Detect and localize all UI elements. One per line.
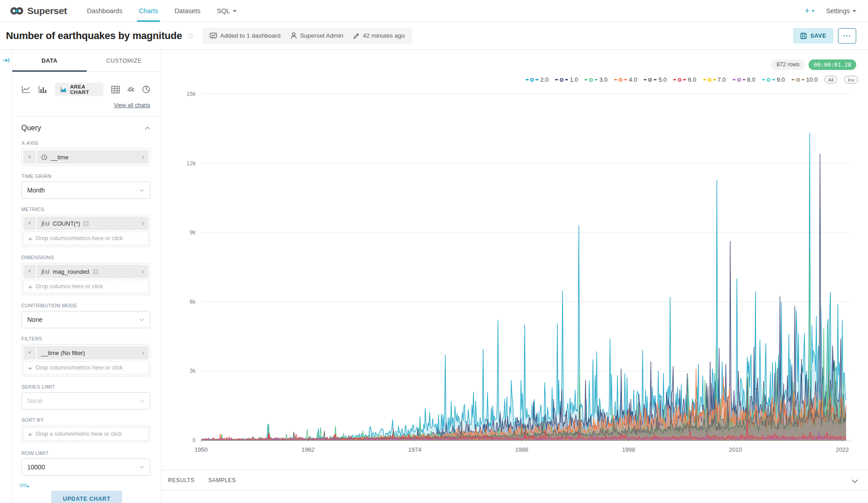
chevron-right-icon[interactable]: › (138, 265, 148, 278)
caret-down-icon (853, 10, 856, 12)
dataset-column-icon (84, 221, 89, 226)
app-root: Superset Dashboards Charts Datasets SQL … (0, 0, 868, 503)
dashboards-meta[interactable]: Added to 1 dashboard (210, 32, 281, 39)
divider (12, 116, 161, 117)
metric-name: COUNT(*) (53, 220, 80, 227)
filter-name: __time (No filter) (41, 350, 85, 356)
clock-icon (41, 154, 47, 160)
series-limit-select[interactable]: None (21, 392, 150, 409)
y-axis-tick-label: 3k (190, 368, 196, 374)
new-button[interactable]: + (804, 6, 814, 16)
x-axis-pill[interactable]: × __time › (23, 150, 148, 164)
plus-icon: + (28, 364, 32, 372)
chevron-right-icon[interactable]: › (138, 151, 148, 163)
big-number-chart-icon[interactable]: 4k (128, 86, 134, 93)
control-label: DIMENSIONS (21, 255, 150, 260)
y-axis-tick-label: 15k (187, 91, 196, 97)
plus-icon: + (28, 235, 32, 242)
time-grain-select[interactable]: Month (21, 182, 150, 199)
dimension-pill[interactable]: × f(x) mag_rounded › (23, 265, 148, 278)
collapse-results-icon[interactable] (852, 477, 858, 485)
viz-type-label: AREA CHART (70, 84, 98, 95)
results-tabs: RESULTS SAMPLES (162, 470, 868, 490)
y-axis-tick-label: 6k (190, 299, 196, 305)
x-axis-column: __time (51, 154, 69, 161)
brand-name: Superset (27, 5, 67, 16)
metrics-drop-zone[interactable]: + Drop columns/metrics here or click (23, 232, 148, 245)
chevron-down-icon (139, 318, 144, 321)
view-all-charts-link[interactable]: View all charts (114, 102, 150, 108)
x-axis-tick-label: 1974 (408, 446, 421, 453)
plus-icon: + (28, 430, 32, 438)
table-chart-icon[interactable] (111, 86, 120, 94)
query-section-title: Query (21, 124, 41, 132)
plus-icon: + (28, 283, 32, 291)
contribution-mode-select[interactable]: None (21, 311, 150, 328)
y-axis-tick-label: 12k (187, 160, 196, 167)
chevron-down-icon (139, 189, 144, 192)
filters-drop-zone[interactable]: + Drop columns/metrics here or click (23, 361, 148, 375)
dataset-column-icon (93, 269, 98, 274)
control-metrics: METRICS × f(x) COUNT(*) › + Drop columns… (21, 207, 150, 247)
row-limit-select[interactable]: 10000 (21, 459, 150, 476)
settings-menu[interactable]: Settings (826, 7, 856, 15)
viz-type-selected-area-chart[interactable]: AREA CHART (55, 83, 104, 96)
user-icon (291, 32, 297, 39)
chart-header: Number of earthquakes by magnitude ☆ Add… (0, 22, 868, 50)
x-axis-tick-label: 2010 (729, 446, 742, 453)
more-options-button[interactable]: ··· (838, 28, 856, 44)
function-icon: f(x) (41, 268, 49, 275)
view-all-charts-row: View all charts (21, 101, 150, 109)
page-title: Number of earthquakes by magnitude (6, 30, 182, 42)
pie-chart-icon[interactable] (142, 85, 150, 94)
control-series-limit: SERIES LIMIT None (21, 384, 150, 409)
nav-item-sql[interactable]: SQL (209, 0, 245, 22)
remove-icon[interactable]: × (23, 346, 37, 360)
area-chart: 03k6k9k12k15k195019621974198619982010202… (162, 50, 868, 470)
chevron-right-icon[interactable]: › (138, 346, 148, 359)
nav-item-datasets[interactable]: Datasets (166, 0, 208, 22)
dashboard-icon (210, 33, 217, 39)
save-icon (800, 33, 807, 39)
superset-logo-icon (10, 4, 24, 18)
chevron-right-icon[interactable]: › (138, 217, 148, 230)
panel-collapse-gutter (0, 50, 12, 503)
collapse-panel-icon[interactable] (3, 57, 10, 65)
chevron-up-icon (145, 127, 150, 130)
superset-logo[interactable]: Superset (0, 4, 79, 18)
bar-chart-icon[interactable] (38, 85, 47, 94)
line-chart-icon[interactable] (21, 85, 30, 94)
control-label: X-AXIS (21, 140, 150, 146)
control-label: METRICS (21, 207, 150, 212)
dimensions-drop-zone[interactable]: + Drop columns here or click (23, 280, 148, 293)
x-axis-tick-label: 1950 (195, 446, 208, 453)
panel-tabs: DATA CUSTOMIZE (12, 50, 161, 72)
area-chart-icon (60, 86, 66, 93)
query-section-header[interactable]: Query (21, 124, 150, 132)
x-axis-tick-label: 2022 (836, 446, 849, 453)
y-axis-tick-label: 9k (190, 229, 196, 236)
filter-pill[interactable]: × __time (No filter) › (23, 346, 148, 360)
tab-results[interactable]: RESULTS (168, 477, 195, 483)
sort-by-drop-zone[interactable]: + Drop a column/metric here or click (23, 427, 148, 441)
tab-samples[interactable]: SAMPLES (208, 477, 236, 483)
tab-data[interactable]: DATA (12, 50, 87, 71)
control-label: SORT BY (21, 417, 150, 423)
save-button[interactable]: SAVE (793, 28, 833, 44)
update-chart-button[interactable]: UPDATE CHART (51, 491, 123, 503)
y-axis-tick-label: 0 (192, 437, 196, 444)
remove-icon[interactable]: × (23, 150, 37, 164)
panel-body: AREA CHART 4k View all charts Query X-AX… (12, 72, 161, 493)
nav-item-charts[interactable]: Charts (131, 0, 167, 22)
remove-icon[interactable]: × (23, 217, 37, 230)
remove-icon[interactable]: × (23, 265, 37, 278)
control-label: FILTERS (21, 336, 150, 341)
pencil-icon (353, 33, 360, 39)
control-row-limit: ROW LIMIT 10000 (21, 450, 150, 476)
favorite-star-icon[interactable]: ☆ (187, 31, 194, 41)
control-label: TIME GRAIN (21, 173, 150, 179)
nav-item-dashboards[interactable]: Dashboards (79, 0, 130, 22)
metric-pill[interactable]: × f(x) COUNT(*) › (23, 217, 148, 230)
function-icon: f(x) (41, 220, 49, 227)
tab-customize[interactable]: CUSTOMIZE (87, 50, 161, 71)
